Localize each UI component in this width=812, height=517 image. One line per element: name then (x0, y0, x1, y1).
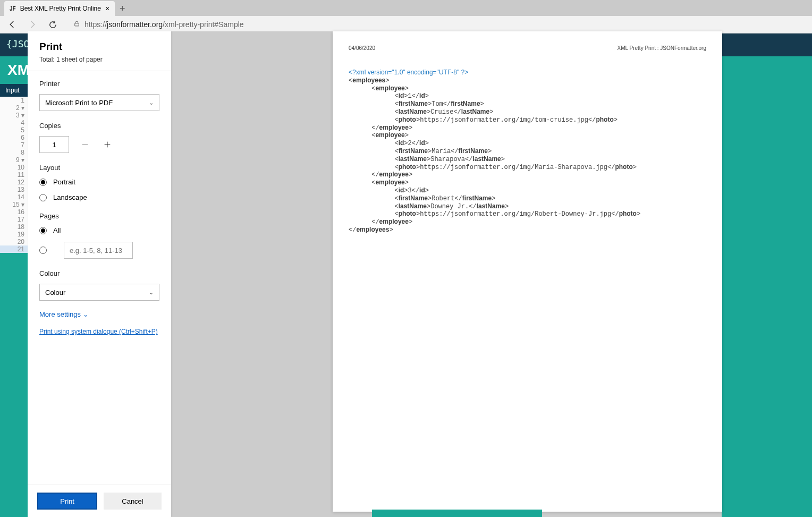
printer-value: Microsoft Print to PDF (45, 99, 113, 107)
print-panel: Print Total: 1 sheet of paper Printer Mi… (28, 31, 171, 517)
layout-label: Layout (39, 164, 159, 172)
radio-icon (39, 227, 47, 234)
browser-tab[interactable]: JF Best XML Pretty Print Online × (4, 1, 115, 16)
chevron-down-icon: ⌄ (149, 99, 154, 106)
svg-rect-0 (75, 23, 79, 26)
line-number: 10 (0, 164, 28, 171)
line-number: 12 (0, 179, 28, 186)
colour-label: Colour (39, 269, 159, 277)
url-text: https://jsonformatter.org/xml-pretty-pri… (84, 20, 244, 29)
printer-select[interactable]: Microsoft Print to PDF ⌄ (39, 94, 159, 111)
pages-range-input[interactable] (64, 242, 133, 259)
lock-icon (73, 20, 80, 29)
increment-button[interactable] (101, 138, 114, 151)
tab-bar: JF Best XML Pretty Print Online × + (0, 0, 812, 16)
pages-label: Pages (39, 212, 159, 220)
preview-content: <?xml version="1.0" encoding="UTF-8" ?> … (349, 69, 706, 234)
line-number: 3 ▾ (0, 112, 28, 119)
close-tab-icon[interactable]: × (105, 4, 109, 13)
reload-icon[interactable] (47, 19, 58, 30)
landscape-label: Landscape (53, 193, 87, 201)
input-tab-label: Input (0, 84, 28, 97)
line-number: 13 (0, 186, 28, 193)
line-number: 1 (0, 97, 28, 104)
line-number: 19 (0, 231, 28, 238)
colour-select[interactable]: Colour ⌄ (39, 284, 159, 301)
radio-icon (39, 194, 47, 201)
line-number: 16 (0, 208, 28, 216)
portrait-option[interactable]: Portrait (39, 178, 159, 186)
line-number: 15 ▾ (0, 201, 28, 208)
line-number: 20 (0, 238, 28, 245)
line-number: 6 (0, 134, 28, 141)
line-number: 21 (0, 245, 28, 253)
divider (28, 71, 171, 71)
tab-favicon: JF (10, 6, 16, 12)
chevron-down-icon: ⌄ (83, 310, 89, 318)
radio-icon (39, 179, 47, 186)
line-number: 17 (0, 216, 28, 223)
line-number: 7 (0, 141, 28, 149)
line-number: 2 ▾ (0, 104, 28, 112)
radio-icon (39, 247, 47, 254)
line-number: 14 (0, 193, 28, 201)
print-preview: 04/06/2020 XML Pretty Print : JSONFormat… (333, 31, 722, 512)
url-field[interactable]: https://jsonformatter.org/xml-pretty-pri… (67, 20, 806, 29)
cancel-button[interactable]: Cancel (104, 493, 162, 510)
pages-all-option[interactable]: All (39, 226, 159, 234)
new-tab-button[interactable]: + (115, 1, 130, 16)
pages-range-option[interactable] (39, 242, 159, 259)
line-number: 11 (0, 171, 28, 179)
line-number: 5 (0, 126, 28, 134)
landscape-option[interactable]: Landscape (39, 193, 159, 201)
print-dialog-title: Print (39, 41, 159, 53)
system-dialog-link[interactable]: Print using system dialogue (Ctrl+Shift+… (39, 328, 159, 335)
decrement-button[interactable] (79, 138, 91, 151)
colour-value: Colour (45, 289, 65, 296)
more-settings-link[interactable]: More settings ⌄ (39, 310, 159, 318)
preview-date: 04/06/2020 (349, 45, 375, 51)
bottom-decoration (372, 510, 542, 517)
preview-title: XML Pretty Print : JSONFormatter.org (618, 45, 706, 51)
copies-label: Copies (39, 122, 159, 130)
forward-icon[interactable] (27, 19, 38, 30)
tab-title: Best XML Pretty Print Online (20, 5, 101, 12)
line-number: 18 (0, 223, 28, 231)
line-gutter: 12 ▾3 ▾456789 ▾101112131415 ▾16171819202… (0, 97, 28, 253)
chevron-down-icon: ⌄ (149, 289, 154, 296)
printer-label: Printer (39, 80, 159, 88)
line-number: 9 ▾ (0, 156, 28, 164)
portrait-label: Portrait (53, 178, 75, 186)
copies-input[interactable] (39, 136, 69, 153)
pages-all-label: All (53, 226, 61, 234)
line-number: 8 (0, 149, 28, 156)
print-button[interactable]: Print (37, 493, 97, 510)
back-icon[interactable] (6, 19, 18, 30)
line-number: 4 (0, 119, 28, 126)
print-total: Total: 1 sheet of paper (39, 56, 159, 63)
